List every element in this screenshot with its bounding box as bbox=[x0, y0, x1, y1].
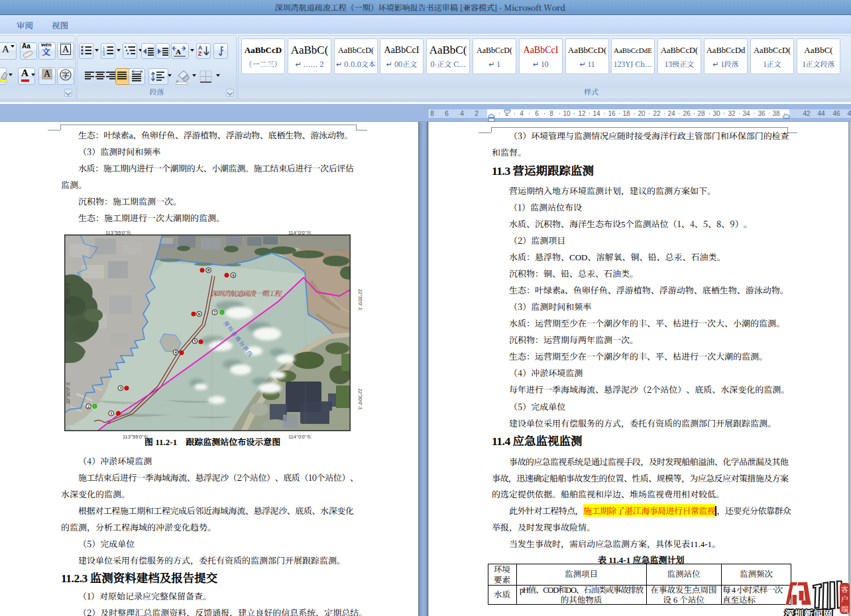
svg-text:Z: Z bbox=[198, 50, 201, 57]
svg-text:3: 3 bbox=[103, 52, 105, 56]
svg-text:字: 字 bbox=[62, 69, 70, 79]
svg-text:A: A bbox=[176, 48, 181, 56]
